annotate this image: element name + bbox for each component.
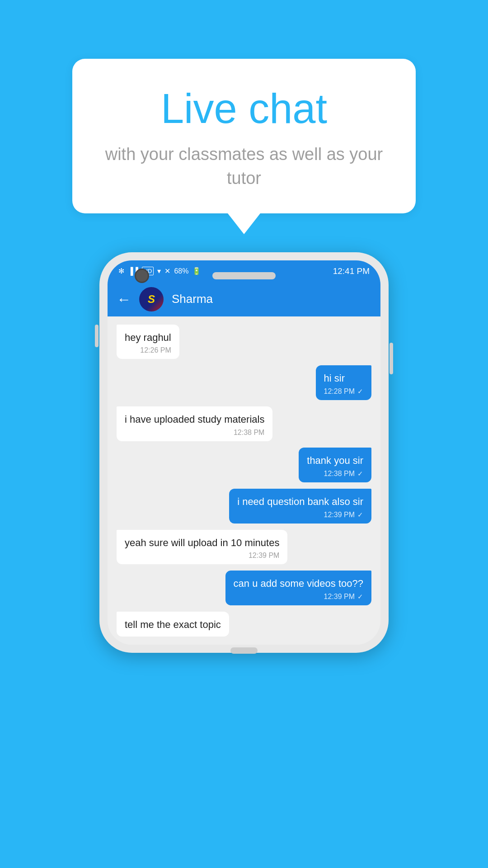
phone-camera (135, 269, 149, 283)
chat-messages: hey raghul 12:26 PM hi sir 12:28 PM ✓ i … (108, 316, 380, 645)
message-meta: 12:28 PM ✓ (324, 387, 363, 396)
message-bubble: i need question bank also sir 12:39 PM ✓ (229, 489, 371, 524)
chat-header: ← S Sharma (108, 282, 380, 316)
status-bar-left: ✻ ▐▐ HD ▾ ✕ 68% 🔋 (118, 267, 201, 275)
message-text: hey raghul (125, 331, 171, 345)
phone-volume-button (95, 325, 99, 347)
message-text: thank you sir (307, 454, 363, 468)
status-bar-right: 12:41 PM (333, 266, 370, 276)
message-meta: 12:26 PM (125, 346, 171, 354)
avatar: S (139, 287, 164, 311)
message-time: 12:39 PM (249, 552, 279, 560)
promo-card: Live chat with your classmates as well a… (72, 59, 416, 234)
checkmark-icon: ✓ (357, 511, 363, 519)
phone-outer: ✻ ▐▐ HD ▾ ✕ 68% 🔋 12:41 PM ← S Sharm (99, 252, 389, 653)
message-text: yeah sure will upload in 10 minutes (125, 536, 279, 550)
phone-power-button (389, 343, 393, 374)
message-time: 12:38 PM (324, 470, 355, 478)
avatar-icon: S (148, 293, 155, 306)
message-bubble: hey raghul 12:26 PM (117, 325, 179, 359)
phone-mockup: ✻ ▐▐ HD ▾ ✕ 68% 🔋 12:41 PM ← S Sharm (99, 252, 389, 653)
message-bubble: yeah sure will upload in 10 minutes 12:3… (117, 530, 287, 565)
message-text: i need question bank also sir (237, 495, 363, 509)
phone-speaker (212, 272, 276, 279)
message-time: 12:38 PM (234, 429, 264, 437)
bluetooth-icon: ✻ (118, 267, 124, 275)
checkmark-icon: ✓ (357, 593, 363, 601)
battery-icon: 🔋 (192, 267, 201, 275)
message-text: hi sir (324, 372, 363, 386)
message-bubble: hi sir 12:28 PM ✓ (316, 365, 371, 400)
phone-home-button[interactable] (230, 647, 258, 654)
message-text: tell me the exact topic (125, 618, 221, 632)
message-bubble: i have uploaded study materials 12:38 PM (117, 406, 272, 441)
message-text: can u add some videos too?? (234, 577, 363, 591)
message-text: i have uploaded study materials (125, 413, 264, 427)
wifi-icon: ▾ (157, 267, 161, 275)
phone-screen: ✻ ▐▐ HD ▾ ✕ 68% 🔋 12:41 PM ← S Sharm (108, 260, 380, 645)
bubble-pointer (228, 213, 260, 234)
checkmark-icon: ✓ (357, 470, 363, 478)
battery-percent: 68% (174, 267, 188, 275)
message-time: 12:26 PM (140, 346, 171, 354)
message-meta: 12:39 PM ✓ (234, 593, 363, 601)
message-meta: 12:38 PM (125, 429, 264, 437)
network-icon: ✕ (164, 267, 170, 275)
contact-name: Sharma (172, 292, 213, 306)
message-meta: 12:38 PM ✓ (307, 470, 363, 478)
message-meta: 12:39 PM (125, 552, 279, 560)
status-time: 12:41 PM (333, 266, 370, 276)
message-bubble: thank you sir 12:38 PM ✓ (299, 448, 371, 482)
message-time: 12:28 PM (324, 387, 355, 396)
promo-title: Live chat (104, 86, 384, 132)
message-time: 12:39 PM (324, 511, 355, 519)
message-bubble: can u add some videos too?? 12:39 PM ✓ (225, 571, 371, 605)
promo-subtitle: with your classmates as well as your tut… (104, 142, 384, 190)
message-time: 12:39 PM (324, 593, 355, 601)
checkmark-icon: ✓ (357, 387, 363, 396)
back-arrow-icon[interactable]: ← (117, 292, 131, 307)
speech-bubble: Live chat with your classmates as well a… (72, 59, 416, 213)
message-meta: 12:39 PM ✓ (237, 511, 363, 519)
message-bubble: tell me the exact topic (117, 612, 229, 637)
